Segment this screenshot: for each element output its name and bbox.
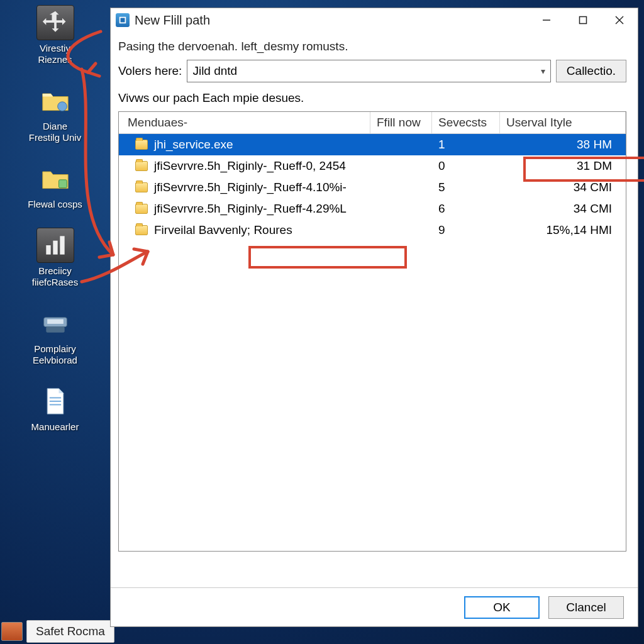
desktop-icon-flewal[interactable]: Flewal cosps — [21, 161, 90, 210]
cell-sev: 1 — [432, 138, 500, 152]
desktop-icon-breciicy[interactable]: Breciicy fiiefcRases — [21, 228, 90, 288]
cell-use: 15%,14 HMI — [500, 223, 626, 237]
scanner-icon — [36, 306, 74, 341]
volers-label: Volers here: — [118, 64, 182, 78]
app-icon — [36, 5, 74, 40]
desktop-icon-label: Pomplairy — [21, 343, 90, 355]
col-fill-now[interactable]: Ffill now — [370, 112, 432, 133]
desktop-icon-label: Manuearler — [21, 421, 90, 433]
desktop-icon-label: Frestilg Univ — [21, 132, 90, 143]
maximize-button[interactable] — [565, 8, 601, 32]
desktop-icon-label: Breciicy — [21, 265, 90, 277]
description-text: Pasing the dervoenah. left_desmy romusts… — [118, 40, 626, 53]
taskbar: Safet Rocma — [1, 620, 114, 643]
list-description: Vivws our pach Each mpie desues. — [118, 91, 626, 105]
desktop-icon-virestiy[interactable]: Virestiy Rieznes — [21, 5, 90, 65]
taskbar-app-icon[interactable] — [1, 622, 23, 641]
svg-rect-12 — [580, 17, 587, 24]
svg-rect-3 — [53, 241, 57, 255]
desktop-icon-label: Rieznes — [21, 54, 90, 65]
dialog-footer: OK Clancel — [111, 587, 638, 626]
folder-icon — [36, 161, 74, 196]
desktop: Virestiy Rieznes Diane Frestilg Univ Fle… — [0, 0, 110, 644]
file-name: jfiSevrvre.5h_Riginly-_Rueff-0, 2454 — [154, 159, 346, 173]
cell-use: 34 CMI — [500, 202, 626, 216]
cell-sev: 5 — [432, 180, 500, 194]
cell-use: 38 HM — [500, 138, 626, 152]
close-button[interactable] — [601, 8, 638, 32]
desktop-icon-label: Virestiy — [21, 43, 90, 54]
desktop-icon-label: fiiefcRases — [21, 277, 90, 288]
desktop-icon-manuearler[interactable]: Manuearler — [21, 384, 90, 433]
file-name: jfiSevrvre.5h_Riginly-_Rueff-4.10%i- — [154, 180, 347, 194]
column-headers: Menduaes- Ffill now Sevecsts Userval Ity… — [119, 112, 626, 134]
minimize-button[interactable] — [528, 8, 565, 32]
desktop-icon-pomplairy[interactable]: Pomplairy Eelvbiorad — [21, 306, 90, 366]
chart-icon — [36, 228, 74, 263]
svg-point-0 — [57, 102, 67, 111]
collect-button[interactable]: Callectio. — [556, 60, 626, 82]
svg-rect-2 — [46, 245, 50, 255]
file-name: Firveilal Bavvenly; Roures — [154, 223, 292, 237]
desktop-icon-label: Eelvbiorad — [21, 355, 90, 366]
file-name: jhi_service.exe — [154, 138, 233, 152]
folder-icon — [36, 83, 74, 118]
col-menduaes[interactable]: Menduaes- — [119, 112, 370, 133]
col-userval[interactable]: Userval Ityle — [500, 112, 626, 133]
taskbar-button[interactable]: Safet Rocma — [26, 620, 114, 643]
folder-icon — [135, 140, 148, 150]
svg-rect-7 — [47, 319, 64, 324]
list-item[interactable]: jfiSevrvre.5h_Riginly-_Rueff-0, 2454 0 3… — [119, 155, 626, 177]
cell-sev: 6 — [432, 202, 500, 216]
folder-icon — [135, 161, 148, 171]
ok-button[interactable]: OK — [464, 596, 540, 619]
svg-rect-4 — [60, 236, 64, 254]
list-item[interactable]: Firveilal Bavvenly; Roures 9 15%,14 HMI — [119, 219, 626, 241]
list-item[interactable]: jfiSevrvre.5h_Riginly-_Rueff-4.29%L 6 34… — [119, 198, 626, 219]
col-sevecsts[interactable]: Sevecsts — [432, 112, 500, 133]
chevron-down-icon: ▾ — [541, 66, 545, 76]
combo-value: Jild dntd — [192, 64, 237, 78]
window-icon — [116, 13, 130, 27]
desktop-icon-label: Diane — [21, 121, 90, 132]
folder-icon — [135, 225, 148, 235]
list-item[interactable]: jhi_service.exe 1 38 HM — [119, 134, 626, 155]
cell-use: 31 DM — [500, 159, 626, 173]
cancel-button[interactable]: Clancel — [548, 596, 624, 619]
desktop-icon-label: Flewal cosps — [21, 199, 90, 210]
list-item[interactable]: jfiSevrvre.5h_Riginly-_Rueff-4.10%i- 5 3… — [119, 177, 626, 198]
cell-sev: 9 — [432, 223, 500, 237]
dialog-window: New Flill path Pasing the dervoenah. lef… — [110, 8, 638, 627]
svg-rect-1 — [58, 180, 67, 188]
file-name: jfiSevrvre.5h_Riginly-_Rueff-4.29%L — [154, 202, 347, 216]
window-title: New Flill path — [135, 13, 210, 28]
svg-rect-6 — [46, 327, 64, 333]
cell-use: 34 CMI — [500, 180, 626, 194]
titlebar[interactable]: New Flill path — [111, 8, 638, 32]
file-list: Menduaes- Ffill now Sevecsts Userval Ity… — [118, 111, 626, 552]
document-icon — [36, 384, 74, 419]
volers-combo[interactable]: Jild dntd ▾ — [187, 60, 550, 82]
desktop-icon-diane[interactable]: Diane Frestilg Univ — [21, 83, 90, 143]
folder-icon — [135, 182, 148, 192]
folder-icon — [135, 204, 148, 214]
cell-sev: 0 — [432, 159, 500, 173]
